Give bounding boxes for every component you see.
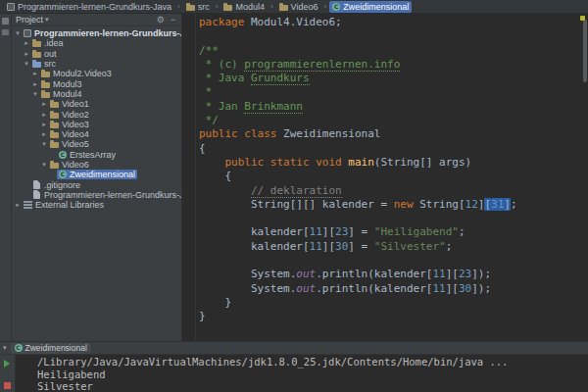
package-icon: [41, 82, 50, 88]
package-icon: [50, 113, 59, 119]
tree-item[interactable]: ▸Video3: [12, 120, 181, 129]
breadcrumb-separator-icon: ›: [176, 2, 181, 11]
run-tab[interactable]: Zweidimensional: [11, 343, 91, 354]
class-icon: [59, 171, 67, 178]
tree-item[interactable]: Programmieren-lernen-Grundkurs-Java.iml: [12, 190, 181, 200]
tree-item-label: Video6: [62, 160, 89, 170]
breadcrumb-item[interactable]: Programmieren-lernen-Grundkurs-Java: [4, 1, 174, 13]
code-line[interactable]: */: [199, 114, 517, 127]
code-line[interactable]: {: [199, 142, 517, 156]
code-line[interactable]: System.out.println(kalender[11][23]);: [199, 268, 517, 281]
rerun-icon[interactable]: [4, 360, 10, 368]
editor[interactable]: package Modul4.Video6; /** * (c) program…: [181, 14, 588, 341]
console-line: /Library/Java/JavaVirtualMachines/jdk1.8…: [37, 356, 508, 368]
project-toolwindow-icon[interactable]: [2, 18, 9, 24]
code-line[interactable]: kalender[11][30] = "Silvester";: [199, 240, 517, 254]
stop-icon[interactable]: [4, 382, 11, 389]
tree-item[interactable]: ▸.idea: [12, 38, 181, 48]
code-line[interactable]: * Java Grundkurs: [199, 72, 517, 85]
code-line[interactable]: {: [199, 170, 517, 183]
folder-icon: [32, 52, 41, 58]
tree-item[interactable]: ▾Programmieren-lernen-Grundkurs-Java~/Id…: [12, 28, 181, 38]
project-panel-title[interactable]: Project: [16, 15, 43, 24]
tree-item[interactable]: ▾Video5: [12, 139, 181, 149]
code-line[interactable]: package Modul4.Video6;: [199, 16, 517, 29]
collapsed-chevron-icon[interactable]: ▸: [40, 121, 48, 128]
breadcrumb-separator-icon: ›: [270, 2, 274, 11]
tree-item-label: Programmieren-lernen-Grundkurs-Java: [34, 28, 181, 38]
console-line: Heiligabend: [37, 368, 508, 381]
tree-item[interactable]: ▸Video1: [12, 99, 181, 109]
tree-item[interactable]: ▸Video2: [12, 109, 181, 119]
package-icon: [50, 163, 59, 169]
src-icon: [32, 62, 41, 68]
tree-item-label: .gitignore: [44, 180, 80, 190]
collapsed-chevron-icon[interactable]: ▸: [23, 50, 30, 58]
code-line[interactable]: String[][] kalender = new String[12][31]…: [199, 198, 517, 212]
tree-item[interactable]: ▸Modul3: [12, 78, 181, 88]
chevron-down-icon[interactable]: ▾: [3, 344, 7, 352]
gear-icon[interactable]: ⚙: [155, 16, 167, 24]
code-line[interactable]: }: [199, 296, 517, 310]
tree-item[interactable]: .gitignore: [12, 179, 181, 189]
tree-item[interactable]: ▸External Libraries: [12, 200, 181, 210]
tree-item[interactable]: ▸out: [12, 49, 181, 59]
code-line[interactable]: }: [199, 310, 517, 323]
package-icon: [50, 122, 59, 128]
tree-item[interactable]: Zweidimensional: [12, 170, 181, 179]
code-line[interactable]: // deklaration: [199, 184, 517, 198]
caret-down-icon[interactable]: ▾: [45, 16, 49, 24]
tree-item[interactable]: ▸Video4: [12, 129, 181, 139]
code-line[interactable]: /**: [199, 44, 517, 58]
project-tree: ▾Programmieren-lernen-Grundkurs-Java~/Id…: [12, 26, 181, 210]
tree-item[interactable]: ▾src: [12, 59, 181, 69]
code-line[interactable]: [199, 254, 517, 268]
run-console: /Library/Java/JavaVirtualMachines/jdk1.8…: [0, 355, 588, 392]
tree-item[interactable]: ▾Video6: [12, 160, 181, 170]
code-line[interactable]: public static void main(String[] args): [199, 156, 517, 170]
tree-item-label: Video1: [62, 99, 89, 109]
collapsed-chevron-icon[interactable]: ▸: [31, 70, 39, 77]
tree-item-label: Programmieren-lernen-Grundkurs-Java.iml: [44, 190, 181, 200]
tree-item-label: .idea: [44, 38, 64, 48]
lib-icon: [24, 201, 32, 209]
file-icon: [33, 180, 40, 189]
package-icon: [41, 72, 50, 77]
tree-item[interactable]: ErstesArray: [12, 150, 181, 160]
code-line[interactable]: * Jan Brinkmann: [199, 100, 517, 114]
package-icon: [50, 132, 59, 138]
collapsed-chevron-icon[interactable]: ▸: [23, 39, 30, 47]
tree-item-label: Video5: [62, 139, 89, 149]
collapsed-chevron-icon[interactable]: ▸: [40, 130, 48, 138]
code-line[interactable]: [199, 212, 517, 225]
expanded-chevron-icon[interactable]: ▾: [40, 140, 48, 148]
code-line[interactable]: kalender[11][23] = "Heiligabend";: [199, 225, 517, 239]
code-line[interactable]: System.out.println(kalender[11][30]);: [199, 282, 517, 296]
collapsed-chevron-icon[interactable]: ▸: [31, 80, 39, 88]
code-line[interactable]: [199, 29, 517, 43]
structure-toolwindow-icon[interactable]: [2, 29, 9, 35]
tree-item[interactable]: ▸Modul2.Video3: [12, 69, 181, 78]
collapsed-chevron-icon[interactable]: ▸: [14, 201, 22, 209]
code-line[interactable]: public class Zweidimensional: [199, 127, 517, 141]
collapsed-chevron-icon[interactable]: ▸: [40, 100, 48, 108]
breadcrumb-item[interactable]: Video6: [276, 1, 321, 13]
run-panel: ▾ Zweidimensional /Library/Java/JavaVirt…: [0, 341, 588, 392]
tree-item[interactable]: ▾Modul4: [12, 89, 181, 99]
editor-scrollbar[interactable]: [583, 20, 587, 82]
project-icon: [7, 3, 15, 11]
expanded-chevron-icon[interactable]: ▾: [14, 29, 22, 37]
breadcrumb-item[interactable]: Zweidimensional: [329, 1, 412, 13]
breadcrumb-item[interactable]: Modul4: [220, 1, 268, 13]
code-line[interactable]: *: [199, 85, 517, 99]
expanded-chevron-icon[interactable]: ▾: [23, 60, 30, 68]
collapsed-chevron-icon[interactable]: ▸: [40, 111, 48, 119]
navbar: Programmieren-lernen-Grundkurs-Java›src›…: [0, 0, 588, 14]
hide-panel-icon[interactable]: −: [169, 16, 177, 24]
expanded-chevron-icon[interactable]: ▾: [31, 90, 39, 98]
code-line[interactable]: * (c) programmierenlernen.info: [199, 58, 517, 72]
expanded-chevron-icon[interactable]: ▾: [40, 161, 48, 169]
tree-item-label: Video2: [62, 110, 89, 120]
breadcrumb-item[interactable]: src: [183, 1, 213, 13]
tree-item-label: Modul4: [53, 89, 82, 99]
